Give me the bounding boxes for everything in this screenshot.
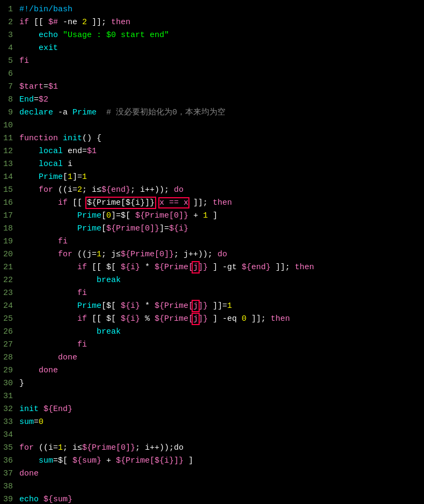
code-line-37: 37 done bbox=[0, 467, 424, 480]
code-line-21: 21 if [[ $[ ${i} * ${Prime[j]} ] -gt ${e… bbox=[0, 261, 424, 274]
code-line-36: 36 sum=$[ ${sum} + ${Prime[${i}]} ] bbox=[0, 455, 424, 467]
code-line-31: 31 bbox=[0, 390, 424, 403]
code-line-26: 26 break bbox=[0, 326, 424, 339]
code-line-14: 14 Prime[1]=1 bbox=[0, 171, 424, 184]
code-line-19: 19 fi bbox=[0, 235, 424, 248]
code-line-25: 25 if [[ $[ ${i} % ${Prime[j]} ] -eq 0 ]… bbox=[0, 313, 424, 326]
code-line-33: 33 sum=0 bbox=[0, 416, 424, 429]
code-line-5: 5 fi bbox=[0, 55, 424, 68]
code-editor: 1 #!/bin/bash 2 if [[ $# -ne 2 ]]; then … bbox=[0, 0, 424, 504]
code-line-39: 39 echo ${sum} bbox=[0, 493, 424, 504]
code-line-12: 12 local end=$1 bbox=[0, 145, 424, 158]
code-line-32: 32 init ${End} bbox=[0, 403, 424, 416]
code-line-11: 11 function init() { bbox=[0, 132, 424, 145]
code-line-15: 15 for ((i=2; i≤${end}; i++)); do bbox=[0, 184, 424, 197]
code-line-29: 29 done bbox=[0, 364, 424, 377]
code-line-1: 1 #!/bin/bash bbox=[0, 3, 424, 16]
code-line-9: 9 declare -a Prime # 没必要初始化为0，本来均为空 bbox=[0, 106, 424, 119]
code-line-10: 10 bbox=[0, 119, 424, 132]
code-line-34: 34 bbox=[0, 429, 424, 442]
code-line-3: 3 echo "Usage : $0 start end" bbox=[0, 29, 424, 42]
code-line-35: 35 for ((i=1; i≤${Prime[0]}; i++));do bbox=[0, 442, 424, 455]
code-line-18: 18 Prime[${Prime[0]}]=${i} bbox=[0, 222, 424, 235]
code-line-38: 38 bbox=[0, 480, 424, 493]
code-line-28: 28 done bbox=[0, 351, 424, 364]
code-line-27: 27 fi bbox=[0, 339, 424, 351]
code-line-6: 6 bbox=[0, 68, 424, 81]
code-line-24: 24 Prime[$[ ${i} * ${Prime[j]} ]]=1 bbox=[0, 300, 424, 313]
code-line-23: 23 fi bbox=[0, 287, 424, 300]
code-line-22: 22 break bbox=[0, 274, 424, 287]
code-line-16: 16 if [[ ${Prime[${i}]} x == x ]]; then bbox=[0, 197, 424, 210]
code-line-30: 30 } bbox=[0, 377, 424, 390]
code-line-7: 7 $tart=$1 bbox=[0, 81, 424, 93]
code-line-2: 2 if [[ $# -ne 2 ]]; then bbox=[0, 16, 424, 29]
code-line-4: 4 exit bbox=[0, 42, 424, 55]
code-line-20: 20 for ((j=1; j≤${Prime[0]}; j++)); do bbox=[0, 248, 424, 261]
code-line-17: 17 Prime[0]=$[ ${Prime[0]} + 1 ] bbox=[0, 210, 424, 222]
code-line-8: 8 End=$2 bbox=[0, 93, 424, 106]
code-line-13: 13 local i bbox=[0, 158, 424, 171]
